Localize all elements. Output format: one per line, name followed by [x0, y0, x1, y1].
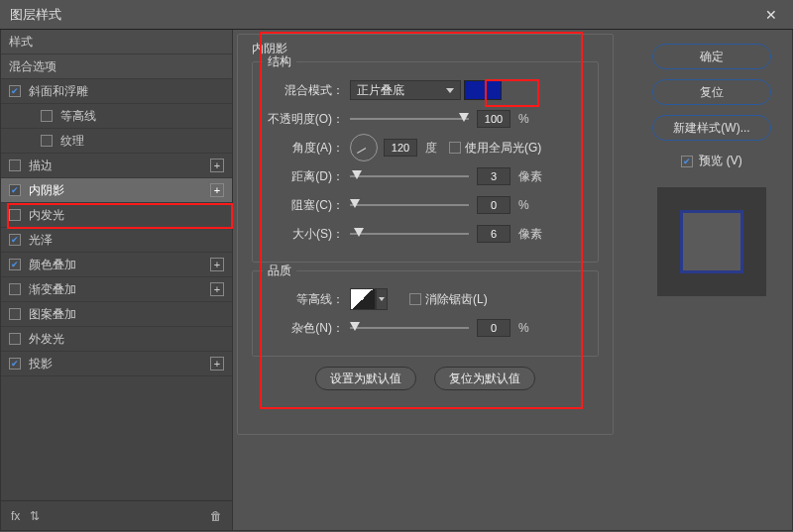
checkbox-icon[interactable]	[9, 333, 21, 345]
styles-header[interactable]: 样式	[1, 30, 232, 54]
distance-input[interactable]: 3	[477, 167, 510, 185]
color-swatch[interactable]	[464, 80, 502, 100]
global-light-checkbox[interactable]	[449, 142, 461, 154]
blend-mode-label: 混合模式：	[263, 82, 350, 99]
trash-icon[interactable]: 🗑	[210, 509, 222, 523]
global-light-label: 使用全局光(G)	[465, 140, 541, 157]
sidebar-item-texture[interactable]: 纹理	[1, 129, 232, 154]
preview-swatch	[680, 210, 743, 273]
plus-icon[interactable]: +	[210, 258, 224, 271]
sidebar-item-gradient-overlay[interactable]: 渐变叠加+	[1, 277, 232, 302]
antialias-checkbox[interactable]	[409, 293, 421, 305]
noise-unit: %	[518, 321, 529, 335]
distance-label: 距离(D)：	[263, 168, 350, 185]
size-label: 大小(S)：	[263, 226, 350, 243]
make-default-button[interactable]: 设置为默认值	[315, 367, 416, 390]
blend-mode-dropdown[interactable]: 正片叠底	[350, 80, 461, 100]
new-style-button[interactable]: 新建样式(W)...	[652, 115, 771, 141]
noise-label: 杂色(N)：	[263, 320, 350, 337]
checkbox-icon[interactable]	[41, 135, 53, 147]
quality-group: 品质 等高线： 消除锯齿(L) 杂色(N)： 0 %	[252, 270, 599, 357]
angle-input[interactable]: 120	[384, 139, 417, 157]
checkbox-icon[interactable]	[41, 110, 53, 122]
size-input[interactable]: 6	[477, 225, 510, 243]
sidebar-item-outer-glow[interactable]: 外发光	[1, 327, 232, 352]
fx-icon[interactable]: fx	[11, 509, 20, 523]
contour-label: 等高线：	[263, 291, 350, 308]
preview-checkbox-row[interactable]: 预览 (V)	[681, 153, 741, 169]
sidebar-item-contour[interactable]: 等高线	[1, 104, 232, 129]
noise-input[interactable]: 0	[477, 319, 510, 337]
titlebar: 图层样式 ✕	[0, 0, 793, 30]
noise-slider[interactable]	[350, 319, 469, 337]
main: 样式 混合选项 斜面和浮雕 等高线 纹理 描边+ 内阴影+ 内发光 光泽 颜色叠…	[0, 30, 793, 531]
checkbox-icon[interactable]	[9, 358, 21, 370]
checkbox-icon[interactable]	[9, 184, 21, 196]
chevron-up-down-icon[interactable]: ⇅	[30, 509, 40, 523]
choke-label: 阻塞(C)：	[263, 197, 350, 214]
close-icon[interactable]: ✕	[759, 3, 783, 27]
checkbox-icon[interactable]	[9, 234, 21, 246]
preview-box	[657, 187, 766, 296]
preview-checkbox-icon[interactable]	[681, 156, 693, 167]
angle-unit: 度	[425, 140, 437, 157]
contour-swatch[interactable]	[350, 288, 376, 310]
checkbox-icon[interactable]	[9, 85, 21, 97]
inner-shadow-panel: 内阴影 结构 混合模式： 正片叠底 不透明度(O)： 100 % 角度(A)：	[237, 34, 614, 435]
checkbox-icon[interactable]	[9, 259, 21, 270]
plus-icon[interactable]: +	[210, 183, 224, 197]
preview-label: 预览 (V)	[699, 153, 741, 169]
plus-icon[interactable]: +	[210, 357, 224, 371]
reset-default-button[interactable]: 复位为默认值	[434, 367, 535, 390]
checkbox-icon[interactable]	[9, 308, 21, 320]
sidebar-item-satin[interactable]: 光泽	[1, 228, 232, 253]
content: 内阴影 结构 混合模式： 正片叠底 不透明度(O)： 100 % 角度(A)：	[233, 30, 631, 530]
size-unit: 像素	[518, 226, 542, 243]
sidebar-item-color-overlay[interactable]: 颜色叠加+	[1, 253, 232, 277]
sidebar-item-inner-shadow[interactable]: 内阴影+	[1, 178, 232, 203]
size-slider[interactable]	[350, 225, 469, 243]
sidebar-item-stroke[interactable]: 描边+	[1, 154, 232, 178]
ok-button[interactable]: 确定	[652, 44, 771, 69]
reset-button[interactable]: 复位	[652, 79, 771, 105]
plus-icon[interactable]: +	[210, 282, 224, 296]
choke-slider[interactable]	[350, 196, 469, 214]
sidebar-item-pattern-overlay[interactable]: 图案叠加	[1, 302, 232, 327]
sidebar-item-bevel[interactable]: 斜面和浮雕	[1, 79, 232, 104]
choke-input[interactable]: 0	[477, 196, 510, 214]
opacity-label: 不透明度(O)：	[263, 111, 350, 128]
angle-label: 角度(A)：	[263, 140, 350, 157]
window-title: 图层样式	[10, 6, 759, 24]
opacity-slider[interactable]	[350, 110, 469, 128]
default-buttons: 设置为默认值 复位为默认值	[252, 367, 599, 390]
sidebar-item-drop-shadow[interactable]: 投影+	[1, 352, 232, 376]
sidebar-footer: fx ⇅ 🗑	[1, 500, 232, 530]
checkbox-icon[interactable]	[9, 160, 21, 171]
quality-title: 品质	[263, 263, 296, 279]
antialias-label: 消除锯齿(L)	[425, 291, 488, 308]
sidebar-item-inner-glow[interactable]: 内发光	[1, 203, 232, 228]
angle-dial[interactable]	[350, 134, 378, 161]
distance-unit: 像素	[518, 168, 542, 185]
contour-dropdown[interactable]	[376, 288, 388, 310]
sidebar: 样式 混合选项 斜面和浮雕 等高线 纹理 描边+ 内阴影+ 内发光 光泽 颜色叠…	[1, 30, 233, 530]
opacity-input[interactable]: 100	[477, 110, 510, 128]
checkbox-icon[interactable]	[9, 283, 21, 295]
checkbox-icon[interactable]	[9, 209, 21, 221]
panel-title: 内阴影	[252, 41, 599, 57]
structure-title: 结构	[263, 53, 296, 70]
right-column: 确定 复位 新建样式(W)... 预览 (V)	[631, 30, 792, 530]
opacity-unit: %	[518, 112, 529, 126]
structure-group: 结构 混合模式： 正片叠底 不透明度(O)： 100 % 角度(A)： 120 …	[252, 61, 599, 263]
plus-icon[interactable]: +	[210, 159, 224, 172]
distance-slider[interactable]	[350, 167, 469, 185]
choke-unit: %	[518, 198, 529, 212]
blend-options-header[interactable]: 混合选项	[1, 54, 232, 79]
